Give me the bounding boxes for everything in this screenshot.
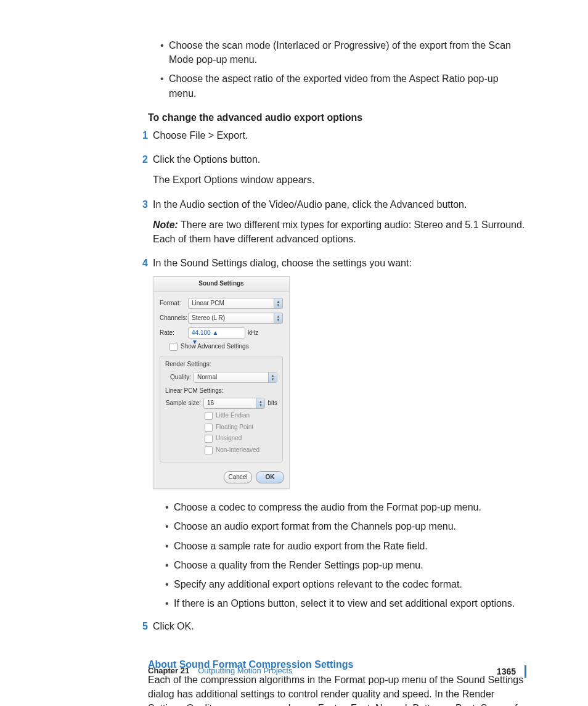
bullet-dot-icon: • [160, 72, 169, 100]
bullet-dot-icon: • [165, 596, 174, 610]
step-item: 3 In the Audio section of the Video/Audi… [148, 197, 526, 253]
non-interleaved-label: Non-Interleaved [216, 446, 259, 455]
bullet-item: • Choose an audio export format from the… [153, 519, 526, 533]
pcm-group-title: Linear PCM Settings: [165, 387, 277, 396]
note-body: There are two different mix types for ex… [153, 220, 525, 244]
channels-label: Channels: [160, 314, 188, 323]
bullet-text: Choose a quality from the Render Setting… [174, 558, 423, 572]
bullet-item: • Choose a quality from the Render Setti… [153, 558, 526, 572]
step-text: Choose File > Export. [153, 128, 526, 142]
dialog-title: Sound Settings [153, 277, 289, 292]
step-number: 1 [134, 128, 153, 149]
quality-select[interactable]: Normal ▲▼ [194, 372, 277, 383]
little-endian-checkbox[interactable] [205, 412, 213, 420]
cancel-button[interactable]: Cancel [224, 471, 252, 483]
show-advanced-label: Show Advanced Settings [181, 342, 249, 351]
bullet-dot-icon: • [165, 519, 174, 533]
section-heading: To change the advanced audio export opti… [148, 110, 526, 125]
step-number: 2 [134, 152, 153, 193]
bullet-dot-icon: • [165, 539, 174, 553]
bullet-item: • If there is an Options button, select … [153, 596, 526, 610]
show-advanced-checkbox[interactable] [169, 343, 178, 351]
format-select[interactable]: Linear PCM ▲▼ [188, 298, 283, 309]
bullet-item: • Choose the aspect ratio of the exporte… [148, 72, 526, 100]
footer-accent-bar [525, 665, 526, 678]
rate-label: Rate: [160, 329, 188, 338]
rate-value: 44.100 [192, 329, 211, 336]
bullet-text: Choose the scan mode (Interlaced or Prog… [169, 38, 526, 67]
sample-size-select[interactable]: 16 ▲▼ [203, 398, 265, 409]
bullet-item: • Choose a codec to compress the audio f… [153, 500, 526, 514]
little-endian-label: Little Endian [216, 411, 250, 421]
step-number: 3 [134, 197, 153, 253]
unsigned-label: Unsigned [216, 434, 242, 443]
bullet-item: • Choose the scan mode (Interlaced or Pr… [148, 38, 526, 67]
step-number: 4 [134, 256, 153, 615]
updown-icon: ▲▼ [268, 372, 277, 382]
step-text: In the Sound Settings dialog, choose the… [153, 256, 526, 270]
updown-icon: ▲▼ [274, 298, 282, 308]
floating-point-label: Floating Point [216, 423, 253, 432]
step-text: Click the Options button. [153, 152, 526, 166]
step-item: 4 In the Sound Settings dialog, choose t… [148, 256, 526, 615]
bullet-text: Choose a codec to compress the audio fro… [174, 500, 481, 514]
render-group-title: Render Settings: [165, 360, 277, 369]
step-text: In the Audio section of the Video/Audio … [153, 197, 526, 211]
format-label: Format: [160, 299, 188, 308]
bullet-dot-icon: • [165, 500, 174, 514]
step-item: 5 Click OK. [148, 619, 526, 639]
sample-label: Sample size: [165, 399, 203, 408]
note-label: Note: [153, 220, 178, 230]
quality-value: Normal [197, 374, 217, 380]
sample-value: 16 [207, 400, 214, 406]
step-item: 1 Choose File > Export. [148, 128, 526, 149]
page-footer: Chapter 21 Outputting Motion Projects 13… [148, 665, 526, 678]
non-interleaved-checkbox[interactable] [205, 446, 213, 454]
floating-point-checkbox[interactable] [205, 424, 213, 432]
bullet-text: If there is an Options button, select it… [174, 596, 515, 610]
bullet-text: Choose the aspect ratio of the exported … [169, 72, 526, 100]
bullet-text: Choose an audio export format from the C… [174, 519, 456, 533]
step-number: 5 [134, 619, 153, 639]
unsigned-checkbox[interactable] [205, 435, 213, 443]
step-note: Note: There are two different mix types … [153, 218, 526, 246]
rate-unit: kHz [248, 329, 258, 338]
channels-select[interactable]: Stereo (L R) ▲▼ [188, 313, 283, 324]
step-followup: The Export Options window appears. [153, 173, 526, 187]
sample-unit: bits [267, 399, 277, 408]
updown-icon: ▲▼ [274, 313, 282, 323]
bullet-dot-icon: • [160, 38, 169, 67]
bullet-dot-icon: • [165, 558, 174, 572]
step-text: Click OK. [153, 619, 526, 633]
channels-value: Stereo (L R) [192, 314, 225, 321]
bullet-text: Choose a sample rate for audio export fr… [174, 539, 428, 553]
ok-button[interactable]: OK [256, 471, 284, 483]
bullet-dot-icon: • [165, 577, 174, 591]
sound-settings-dialog: Sound Settings Format: Linear PCM ▲▼ Cha… [153, 276, 290, 489]
quality-label: Quality: [165, 373, 194, 382]
updown-icon: ▲▼ [256, 398, 264, 408]
bullet-item: • Choose a sample rate for audio export … [153, 539, 526, 553]
rate-input[interactable]: 44.100 ▲▼ [188, 327, 245, 339]
footer-page-number: 1365 [497, 665, 516, 678]
format-value: Linear PCM [192, 300, 224, 306]
render-settings-group: Render Settings: Quality: Normal ▲▼ Line… [160, 356, 283, 462]
bullet-text: Specify any additional export options re… [174, 577, 462, 591]
footer-chapter: Chapter 21 [148, 665, 189, 677]
bullet-item: • Specify any additional export options … [153, 577, 526, 591]
footer-title: Outputting Motion Projects [198, 665, 292, 677]
step-item: 2 Click the Options button. The Export O… [148, 152, 526, 193]
